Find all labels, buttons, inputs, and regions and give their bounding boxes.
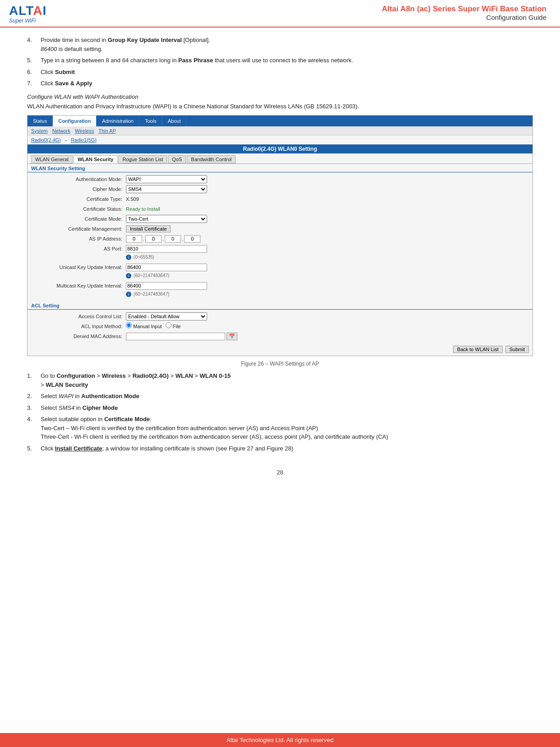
section-heading: Configure WLAN with WAPI Authentication (27, 93, 533, 100)
info-icon-port: i (126, 255, 131, 260)
denied-mac-browse-btn[interactable]: 📅 (227, 333, 237, 340)
nav-status[interactable]: Status (28, 116, 53, 126)
step-2: 2. Select WAPI in Authentication Mode (27, 392, 533, 401)
ip-group: . . . (126, 235, 529, 243)
header-title-sub: Configuration Guide (382, 14, 546, 21)
wlan-tabs: WLAN General WLAN Security Rogue Station… (28, 153, 532, 164)
as-port-value[interactable]: i (0~65535) (126, 245, 529, 261)
figure-caption: Figure 26 – WAPI Settings of AP (27, 361, 533, 367)
acl-file-radio[interactable] (166, 322, 171, 328)
info-icon-unicast: i (126, 273, 131, 278)
wlan-tab-rogue[interactable]: Rogue Station List (118, 155, 167, 163)
page-number: 28 (0, 469, 560, 476)
list-item-7: 7. Click Save & Apply (27, 79, 533, 88)
cert-mgmt-row: Certificate Management: Install Certific… (31, 224, 529, 234)
access-control-row: Access Control List: Enabled - Default A… (31, 311, 529, 321)
screenshot-inner: Status Configuration Administration Tool… (28, 116, 532, 356)
acl-manual-label[interactable]: Manual Input (126, 322, 162, 330)
cert-type-value: X.509 (126, 195, 529, 203)
multicast-value[interactable]: i (60~2147483647) (126, 282, 529, 298)
multicast-hint: (60~2147483647) (134, 292, 169, 297)
logo-altai: ALTAI (9, 5, 46, 17)
denied-mac-value[interactable]: 📅 (126, 332, 529, 340)
submit-btn[interactable]: Submit (505, 346, 529, 353)
header-title-top: Altai A8n (ac) Series Super WiFi Base St… (382, 5, 546, 14)
ip-octet-3[interactable] (165, 235, 181, 243)
cipher-mode-select[interactable]: SMS4 (126, 185, 207, 193)
cert-status-value: Ready to Install (126, 205, 529, 213)
logo-area: ALTAI Super WiFi (9, 5, 68, 24)
multicast-label: Multicast Key Update Interval: (31, 282, 126, 290)
denied-mac-input[interactable] (126, 333, 225, 340)
multicast-input[interactable] (126, 282, 207, 290)
step-5: 5. Click Install Certificate; a window f… (27, 444, 533, 453)
cipher-mode-row: Cipher Mode: SMS4 (31, 184, 529, 194)
sub-nav-system[interactable]: System (31, 128, 48, 134)
auth-mode-select[interactable]: WAPI (126, 175, 207, 183)
header-title: Altai A8n (ac) Series Super WiFi Base St… (382, 5, 546, 21)
nav-administration[interactable]: Administration (97, 116, 139, 126)
access-control-value[interactable]: Enabled - Default Allow (126, 312, 529, 320)
unicast-value[interactable]: i (60~2147483647) (126, 263, 529, 280)
acl-file-label[interactable]: File (166, 322, 181, 330)
as-ip-value[interactable]: . . . (126, 235, 529, 243)
unicast-input[interactable] (126, 264, 207, 271)
intro-list: 4. Provide time in second in Group Key U… (27, 36, 533, 88)
logo-super: Super WiFi (9, 18, 36, 24)
step-4: 4. Select suitable option in Certificate… (27, 415, 533, 441)
install-cert-button[interactable]: Install Certificate (126, 225, 171, 232)
cipher-mode-value[interactable]: SMS4 (126, 185, 529, 193)
sub-nav-network[interactable]: Network (52, 128, 70, 134)
cert-status-row: Certificate Status: Ready to Install (31, 204, 529, 214)
list-item-6: 6. Click Submit (27, 68, 533, 77)
info-icon-multicast: i (126, 292, 131, 297)
forms-area: Authentication Mode: WAPI Cipher Mode: S… (28, 173, 532, 301)
as-ip-row: AS IP Address: . . . (31, 234, 529, 244)
wlan-tab-bandwidth[interactable]: Bandwidth Control (187, 155, 236, 163)
acl-manual-radio[interactable] (126, 322, 132, 328)
section-desc: WLAN Authentication and Privacy Infrastr… (27, 102, 533, 111)
footer: Altai Technologies Ltd. All rights reser… (0, 733, 560, 747)
sub-nav-thin-ap[interactable]: Thin AP (98, 128, 116, 134)
cert-mode-value[interactable]: Two-Cert (126, 215, 529, 223)
unicast-hint: (60~2147483647) (134, 273, 169, 278)
section-title-bar: Radio0(2.4G) WLAN0 Setting (28, 144, 532, 153)
wlan-tab-qos[interactable]: QoS (168, 155, 186, 163)
list-item-5: 5. Type in a string between 8 and 64 cha… (27, 56, 533, 65)
cert-mode-select[interactable]: Two-Cert (126, 215, 207, 223)
access-control-label: Access Control List: (31, 312, 126, 320)
cert-mode-label: Certificate Mode: (31, 215, 126, 223)
auth-mode-value[interactable]: WAPI (126, 175, 529, 183)
sub-nav-wireless[interactable]: Wireless (75, 128, 94, 134)
multicast-row: Multicast Key Update Interval: i (60~214… (31, 281, 529, 299)
ip-octet-1[interactable] (126, 235, 142, 243)
sub-nav: System Network Wireless Thin AP (28, 126, 532, 135)
radio-tab-5g[interactable]: Radio1(5G) (71, 137, 97, 143)
nav-tools[interactable]: Tools (139, 116, 162, 126)
wlan-security-label: WLAN Security Setting (28, 164, 532, 172)
radio-tab-24g[interactable]: Radio0(2.4G) (31, 137, 61, 143)
unicast-row: Unicast Key Update Interval: i (60~21474… (31, 262, 529, 281)
nav-about[interactable]: About (162, 116, 187, 126)
nav-bar: Status Configuration Administration Tool… (28, 116, 532, 126)
wlan-tab-general[interactable]: WLAN General (31, 155, 73, 163)
steps-list: 1. Go to Configuration > Wireless > Radi… (27, 371, 533, 453)
as-port-input[interactable] (126, 245, 207, 253)
access-control-select[interactable]: Enabled - Default Allow (126, 312, 207, 320)
cert-mgmt-value[interactable]: Install Certificate (126, 225, 529, 233)
as-port-row: AS Port: i (0~65535) (31, 244, 529, 262)
list-item-4: 4. Provide time in second in Group Key U… (27, 36, 533, 53)
step-3: 3. Select SMS4 in Cipher Mode (27, 404, 533, 413)
nav-configuration[interactable]: Configuration (53, 116, 97, 126)
acl-input-method-value[interactable]: Manual Input File (126, 322, 529, 330)
as-port-hint: (0~65535) (134, 255, 154, 260)
ip-octet-2[interactable] (145, 235, 162, 243)
back-to-wlan-btn[interactable]: Back to WLAN List (453, 346, 503, 353)
auth-mode-label: Authentication Mode: (31, 175, 126, 183)
denied-mac-label: Denied MAC Address: (31, 332, 126, 340)
denied-mac-row: Denied MAC Address: 📅 (31, 331, 529, 341)
wlan-tab-security[interactable]: WLAN Security (74, 155, 117, 163)
ip-octet-4[interactable] (184, 235, 200, 243)
page-header: ALTAI Super WiFi Altai A8n (ac) Series S… (0, 0, 560, 28)
acl-forms-area: Access Control List: Enabled - Default A… (28, 311, 532, 343)
